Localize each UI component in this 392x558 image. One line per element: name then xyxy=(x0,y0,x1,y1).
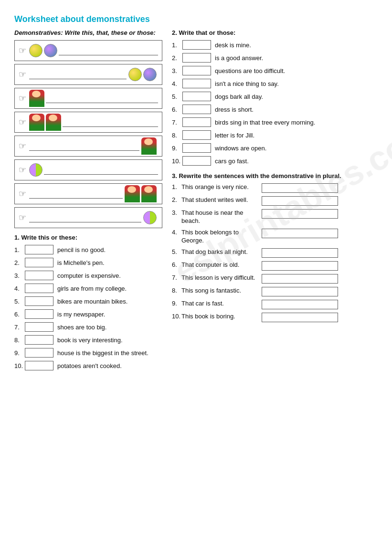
ball-2a xyxy=(128,68,142,81)
s1-answer-7[interactable] xyxy=(25,322,53,332)
s2-num-9: 9. xyxy=(172,145,182,152)
s2-answer-2[interactable] xyxy=(182,53,211,63)
s2-answer-9[interactable] xyxy=(182,143,211,153)
hand-icon-4: ☞ xyxy=(19,117,26,127)
s3-num-8: 8. xyxy=(172,287,181,294)
s1-num-8: 8. xyxy=(14,337,25,344)
elf-icon-4a xyxy=(29,114,44,131)
s3-answer-7[interactable] xyxy=(262,274,338,284)
s2-num-4: 4. xyxy=(172,80,182,87)
s1-num-5: 5. xyxy=(14,298,25,305)
s2-num-2: 2. xyxy=(172,54,182,62)
s3-num-2: 2. xyxy=(172,196,181,203)
section1-item-7: 7. shoes are too big. xyxy=(14,322,162,332)
section3-item-1: 1. This orange is very nice. xyxy=(172,183,378,193)
s2-text-9: windows are open. xyxy=(215,145,266,152)
s2-answer-10[interactable] xyxy=(182,156,211,166)
section2-item-10: 10. cars go fast. xyxy=(172,156,378,166)
s1-answer-6[interactable] xyxy=(25,309,53,319)
s3-answer-2[interactable] xyxy=(262,196,338,206)
s1-answer-10[interactable] xyxy=(25,361,53,370)
s3-answer-6[interactable] xyxy=(262,261,338,271)
underline-5 xyxy=(29,141,139,151)
s2-answer-4[interactable] xyxy=(182,79,211,88)
s2-text-3: questions are too difficult. xyxy=(215,67,285,74)
section1-item-4: 4. girls are from my college. xyxy=(14,284,162,293)
s2-text-6: dress is short. xyxy=(215,106,254,113)
s2-num-6: 6. xyxy=(172,106,182,113)
s1-num-9: 9. xyxy=(14,349,25,357)
s3-sentence-5: That dog barks all night. xyxy=(181,248,258,256)
s3-answer-3[interactable] xyxy=(262,209,338,219)
section3-item-10: 10. This book is boring. xyxy=(172,313,378,322)
hand-icon-8: ☞ xyxy=(19,212,26,223)
s3-sentence-9: That car is fast. xyxy=(181,300,258,308)
section1-item-1: 1. pencil is no good. xyxy=(14,245,162,254)
s2-num-1: 1. xyxy=(172,42,182,49)
s3-answer-10[interactable] xyxy=(262,313,338,322)
section2-list: 1. desk is mine. 2. is a good answer. 3.… xyxy=(172,40,378,166)
demo-box-5: ☞ xyxy=(14,136,162,157)
elf-icon-7a xyxy=(125,185,140,202)
s3-num-7: 7. xyxy=(172,274,181,281)
s3-sentence-2: That student writes well. xyxy=(181,196,258,204)
s1-answer-3[interactable] xyxy=(25,271,53,280)
section1-list: 1. pencil is no good. 2. is Michelle's p… xyxy=(14,245,162,370)
s2-num-5: 5. xyxy=(172,93,182,100)
demo-box-3: ☞ xyxy=(14,88,162,109)
s1-text-8: book is very interesting. xyxy=(57,337,123,344)
s2-answer-7[interactable] xyxy=(182,117,211,127)
section3-list: 1. This orange is very nice. 2. That stu… xyxy=(172,183,378,322)
s3-sentence-10: This book is boring. xyxy=(181,313,258,321)
s3-answer-8[interactable] xyxy=(262,287,338,296)
s1-answer-4[interactable] xyxy=(25,284,53,293)
hand-icon-7: ☞ xyxy=(19,189,26,199)
s2-answer-3[interactable] xyxy=(182,66,211,75)
s2-answer-1[interactable] xyxy=(182,40,211,50)
hand-icon-2: ☞ xyxy=(19,69,26,80)
s2-num-7: 7. xyxy=(172,119,182,126)
section3-item-5: 5. That dog barks all night. xyxy=(172,248,378,258)
s1-answer-1[interactable] xyxy=(25,245,53,254)
section2-item-5: 5. dogs bark all day. xyxy=(172,92,378,101)
s2-answer-8[interactable] xyxy=(182,130,211,140)
section3-item-6: 6. That computer is old. xyxy=(172,261,378,271)
s1-text-3: computer is expensive. xyxy=(57,272,121,279)
s2-answer-5[interactable] xyxy=(182,92,211,101)
s3-answer-1[interactable] xyxy=(262,183,338,193)
s1-answer-2[interactable] xyxy=(25,258,53,267)
s3-answer-9[interactable] xyxy=(262,300,338,309)
s3-sentence-7: This lesson is very difficult. xyxy=(181,274,258,282)
page-title: Worksheet about demonstratives xyxy=(14,14,378,24)
s3-num-1: 1. xyxy=(172,183,181,190)
section2-item-6: 6. dress is short. xyxy=(172,105,378,114)
s1-answer-8[interactable] xyxy=(25,335,53,345)
s2-text-4: isn't a nice thing to say. xyxy=(215,80,279,87)
s1-answer-5[interactable] xyxy=(25,296,53,306)
s2-num-3: 3. xyxy=(172,67,182,74)
s1-text-6: is my newspaper. xyxy=(57,311,105,318)
s1-answer-9[interactable] xyxy=(25,348,53,358)
section1-item-8: 8. book is very interesting. xyxy=(14,335,162,345)
s1-text-7: shoes are too big. xyxy=(57,324,106,331)
s2-text-10: cars go fast. xyxy=(215,158,249,165)
right-column: 2. Write that or those: 1. desk is mine.… xyxy=(172,29,378,326)
section1-item-6: 6. is my newspaper. xyxy=(14,309,162,319)
s3-num-5: 5. xyxy=(172,248,181,255)
s2-num-8: 8. xyxy=(172,132,182,139)
s1-num-7: 7. xyxy=(14,324,25,331)
s3-answer-4[interactable] xyxy=(262,229,338,238)
demo-box-2: ☞ xyxy=(14,64,162,85)
section3-item-2: 2. That student writes well. xyxy=(172,196,378,206)
s1-num-10: 10. xyxy=(14,362,25,369)
elf-icon-5 xyxy=(141,137,157,155)
s3-num-9: 9. xyxy=(172,300,181,307)
section2-item-8: 8. letter is for Jill. xyxy=(172,130,378,140)
demonstratives-section-title: Demonstratives: Write this, that, these … xyxy=(14,29,162,36)
underline-3 xyxy=(46,94,158,103)
s2-answer-6[interactable] xyxy=(182,105,211,114)
elf-icon-7b xyxy=(141,185,157,202)
elf-icon-4b xyxy=(46,114,61,131)
s3-answer-5[interactable] xyxy=(262,248,338,258)
ball-2b xyxy=(143,68,157,81)
